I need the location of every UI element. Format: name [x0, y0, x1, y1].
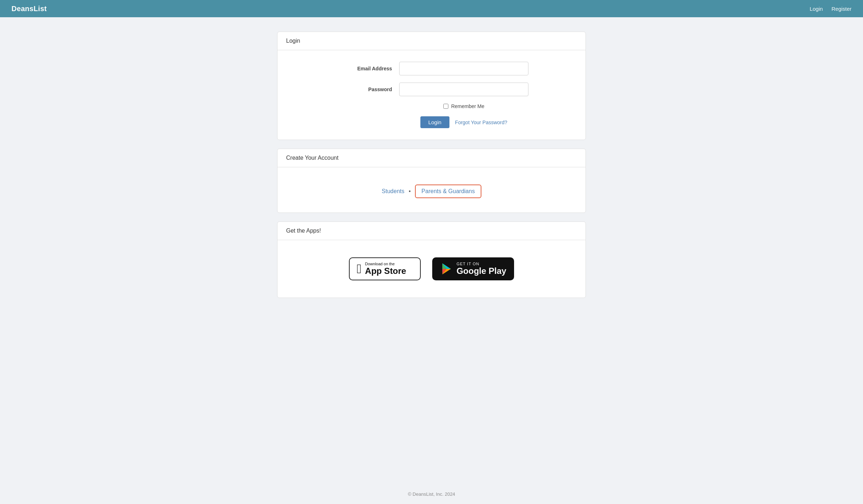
header: DeansList Login Register — [0, 0, 863, 17]
main-content: Login Email Address Password Remember Me… — [0, 17, 863, 484]
create-account-card: Create Your Account Students • Parents &… — [277, 149, 586, 213]
nav-register-link[interactable]: Register — [831, 6, 852, 12]
login-button[interactable]: Login — [420, 116, 449, 128]
account-options: Students • Parents & Guardians — [286, 179, 577, 201]
google-play-badge[interactable]: GET IT ON Google Play — [432, 257, 514, 280]
app-store-line2: App Store — [365, 266, 406, 276]
parents-guardians-link[interactable]: Parents & Guardians — [415, 185, 481, 198]
remember-me-group: Remember Me — [286, 103, 577, 109]
password-input[interactable] — [399, 83, 528, 96]
app-store-text-wrapper: Download on the App Store — [365, 262, 406, 276]
remember-me-label: Remember Me — [451, 103, 485, 109]
forgot-password-link[interactable]: Forgot Your Password? — [455, 120, 508, 125]
apps-container:  Download on the App Store — [286, 252, 577, 286]
header-nav: Login Register — [810, 6, 852, 12]
nav-login-link[interactable]: Login — [810, 6, 823, 12]
create-account-card-body: Students • Parents & Guardians — [277, 167, 586, 213]
google-play-icon — [440, 262, 453, 275]
apps-card: Get the Apps!  Download on the App Stor… — [277, 221, 586, 298]
google-play-text-wrapper: GET IT ON Google Play — [457, 262, 507, 276]
login-card: Login Email Address Password Remember Me… — [277, 32, 586, 140]
app-store-badge[interactable]:  Download on the App Store — [349, 257, 421, 280]
footer: © DeansList, Inc. 2024 — [0, 484, 863, 504]
email-form-group: Email Address — [286, 62, 577, 75]
apps-card-body:  Download on the App Store — [277, 240, 586, 298]
apple-icon:  — [357, 262, 361, 275]
apps-card-header: Get the Apps! — [277, 222, 586, 240]
password-label: Password — [335, 87, 392, 92]
login-button-group: Login Forgot Your Password? — [286, 116, 577, 128]
create-account-card-header: Create Your Account — [277, 149, 586, 167]
login-card-body: Email Address Password Remember Me Login… — [277, 50, 586, 140]
google-play-line2: Google Play — [457, 266, 507, 276]
dot-separator: • — [409, 188, 411, 195]
remember-me-checkbox[interactable] — [443, 104, 448, 109]
footer-text: © DeansList, Inc. 2024 — [408, 491, 455, 497]
students-link[interactable]: Students — [382, 188, 404, 195]
login-card-header: Login — [277, 32, 586, 50]
email-input[interactable] — [399, 62, 528, 75]
email-label: Email Address — [335, 66, 392, 71]
password-form-group: Password — [286, 83, 577, 96]
brand-logo: DeansList — [11, 5, 47, 13]
